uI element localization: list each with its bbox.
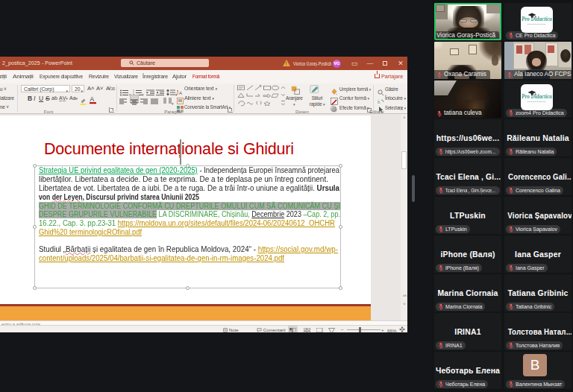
zoom-out-button[interactable]: − [341, 327, 344, 332]
grow-font-button[interactable]: A˄ [87, 85, 94, 92]
numbering-icon[interactable]: 12▾ [133, 86, 144, 93]
slide-scrollbar[interactable] [401, 114, 407, 320]
body-line[interactable]: von der Leyen, Discursul privind starea … [39, 193, 199, 201]
share-button[interactable]: Partajare [375, 73, 403, 80]
bullets-icon[interactable]: ▾ [120, 86, 131, 93]
text-shadow-button[interactable]: ab [51, 95, 57, 101]
search-input[interactable]: Căutare [121, 59, 209, 67]
participant-tile[interactable]: Marina Ciornaia Marina Ciornaia [434, 274, 501, 312]
close-button[interactable]: ✕ [393, 57, 407, 70]
participant-tile[interactable]: Răileanu Natalia Răileanu Natalia [504, 119, 572, 157]
underline-button[interactable]: U [39, 95, 43, 102]
slide[interactable]: Documente internaționale si Ghiduri Stra… [0, 116, 371, 320]
handle-right-mid[interactable] [339, 225, 342, 229]
body-line[interactable]: 16.22., Cap. 3. pp.23-31 https://moldova… [39, 219, 335, 227]
warning-icon[interactable] [283, 60, 290, 66]
collapse-ribbon-icon[interactable]: ˄ [400, 107, 403, 112]
tab-inregistrare[interactable]: Înregistrare [143, 73, 168, 80]
body-line[interactable]: GHID DE TERMINOLOGIE CONFORMĂ CU DREPTUR… [39, 202, 340, 210]
strikethrough-button[interactable]: S [46, 95, 50, 102]
participant-tile[interactable]: Ala Ianeco AO FCPS [504, 42, 572, 79]
body-line[interactable]: content/uploads/2025/04/barbatii-si-egal… [39, 254, 284, 262]
participant-tile[interactable]: tatiana culeva [434, 80, 501, 118]
reset-clipped[interactable]: ializare [0, 95, 14, 101]
handle-bottom-left[interactable] [33, 286, 37, 290]
align-left-button[interactable] [119, 95, 128, 103]
align-text-label[interactable]: Aliniere text ▾ [184, 95, 214, 101]
orientation-label[interactable]: Orientare text ▾ [184, 86, 217, 91]
handle-top-left[interactable] [33, 164, 37, 168]
increase-indent-icon[interactable] [156, 86, 164, 93]
paragraph-dialog-launcher[interactable] [228, 107, 233, 113]
replace-label[interactable]: Înlocuire ▾ [385, 95, 406, 101]
body-line[interactable]: Libertatea de vot. Libertatea de a iubi.… [39, 184, 339, 192]
decrease-indent-icon[interactable] [146, 86, 154, 93]
handle-bottom-mid[interactable] [186, 286, 190, 290]
account-name[interactable]: Viorica Goraș-Postică [293, 61, 331, 66]
participant-tile[interactable]: CE Pro Didactica Pro Didactica [504, 3, 572, 40]
tab-format-forma[interactable]: Format formă [192, 73, 219, 80]
body-line[interactable]: Strategia UE privind egalitatea de gen (… [39, 166, 339, 174]
participant-tile[interactable]: Валентина Мынзат B [504, 352, 572, 389]
handle-bottom-right[interactable] [339, 286, 342, 290]
zoom-in-button[interactable]: + [381, 327, 384, 332]
participant-tile[interactable]: Corencenco Gali... Corencenco Galina [504, 158, 572, 195]
participant-tile[interactable]: iPhone (Валя) iPhone (Валя) [434, 235, 501, 273]
participant-tile[interactable]: zoom4 Pro Didactica Pro Didactica [504, 80, 572, 118]
body-line[interactable]: Ghid%20 terminologicROfinal.pdf [39, 228, 142, 236]
previous-slide-icon[interactable]: ˄˄ [401, 294, 407, 298]
body-line[interactable]: DESPRE GRUPURILE VULNERABILE LA DISCRIMI… [39, 210, 340, 218]
shapes-gallery[interactable] [237, 85, 279, 110]
minimize-button[interactable]: — [363, 57, 378, 70]
align-center-button[interactable] [130, 95, 139, 103]
tab-vizualizare[interactable]: Vizualizare [114, 73, 138, 80]
font-size-combo[interactable]: 20▾ [72, 85, 84, 92]
participant-tile[interactable]: Tcaci Elena , Gi... Tcaci Elena , Gim.Șe… [434, 158, 501, 195]
slide-title[interactable]: Documente internaționale si Ghiduri [44, 140, 294, 159]
reading-view-button[interactable] [315, 325, 325, 332]
scroll-down-icon[interactable]: ˅ [401, 302, 407, 306]
arrange-label[interactable]: Aranjare [286, 95, 303, 101]
slide-sorter-view-button[interactable] [302, 325, 312, 332]
clear-formatting-button[interactable]: A̸⌫ [106, 85, 115, 92]
participant-tile[interactable]: https://us06we... https://us06web.zoom..… [434, 119, 501, 157]
character-spacing-button[interactable]: A̲V̲▾ [59, 95, 68, 101]
notes-button[interactable]: Note [223, 327, 239, 332]
justify-button[interactable] [151, 95, 160, 103]
tab-expunere-diapozitive[interactable]: Expunere diapozitive [40, 73, 83, 80]
arrange-dd[interactable]: ▾ [293, 101, 295, 107]
scrollbar-thumb[interactable] [401, 151, 407, 169]
line-spacing-icon[interactable]: ▾ [166, 86, 178, 93]
zoom-level[interactable]: 66% [387, 328, 396, 333]
text-direction-icon[interactable]: A [177, 85, 184, 92]
participant-tile[interactable]: Толстова Натал... Толстова Наталия [504, 313, 572, 350]
zoom-slider-thumb[interactable] [359, 327, 361, 333]
tab-revizuire[interactable]: Revizuire [89, 73, 109, 80]
text-highlight-button[interactable] [79, 95, 87, 108]
participant-tile[interactable]: IRINA1 IRINA1 [434, 313, 501, 350]
body-line[interactable]: Studiul „Bărbații și egalitatea de gen î… [39, 245, 338, 253]
participant-tile[interactable]: Viorica Goraș-Postică [434, 3, 501, 40]
shrink-font-button[interactable]: A˅ [96, 85, 103, 92]
handle-left-mid[interactable] [33, 225, 37, 229]
participant-tile[interactable]: Tatiana Gribinic Tatiana Gribinic [504, 274, 572, 312]
align-right-button[interactable] [140, 95, 149, 103]
bold-button[interactable]: B [28, 95, 32, 102]
normal-view-button[interactable] [288, 325, 298, 332]
change-case-button[interactable]: Aa▾ [69, 95, 78, 101]
tab-tranzitii-clipped[interactable]: ziții [0, 73, 7, 80]
find-label[interactable]: Găsire [385, 86, 398, 92]
ribbon-display-options-button[interactable]: ▭ [347, 57, 362, 70]
fit-to-window-icon[interactable] [399, 326, 405, 332]
new-slide-clipped[interactable]: u ˅ [0, 86, 6, 92]
quick-styles-label[interactable]: Stilurirapide ▾ [307, 95, 327, 107]
tab-animatii[interactable]: Animații [13, 73, 34, 80]
account-avatar[interactable]: VG [333, 60, 341, 68]
restore-button[interactable] [378, 57, 392, 70]
participant-tile[interactable]: Чеботарь Елена Чеботарь Елена [434, 352, 501, 389]
share-area-scrollbar[interactable] [412, 175, 415, 202]
shapes-gallery-scroll[interactable] [281, 86, 286, 110]
participant-tile[interactable]: Viorica Șapavalov Viorica Șapavalov [504, 197, 572, 234]
comments-button[interactable]: Comentarii [257, 327, 286, 332]
section-clipped[interactable]: ne ˅ [0, 104, 9, 110]
